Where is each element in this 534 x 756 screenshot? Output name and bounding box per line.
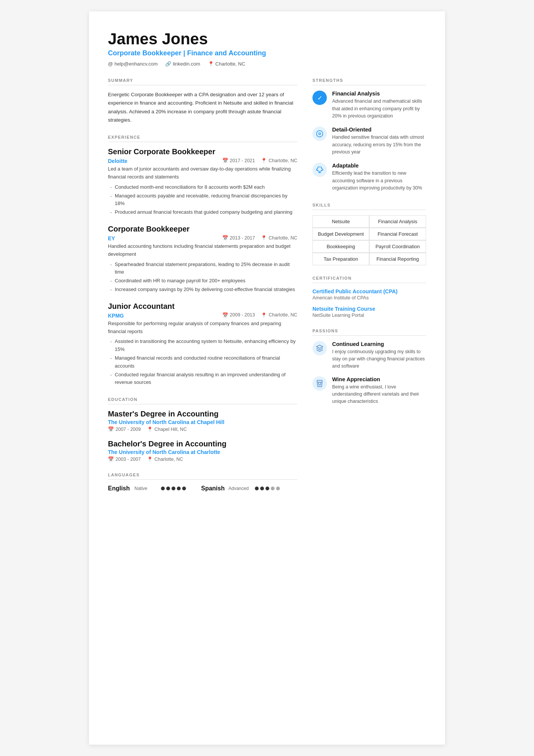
edu-location: 📍 Charlotte, NC [147,456,183,462]
languages-section: LANGUAGES English Native [108,473,297,492]
job-description: Handled accounting functions including f… [108,243,297,258]
job-company: KPMG [108,313,124,319]
pin-icon: 📍 [261,312,267,318]
lang-dot [276,487,280,490]
svg-point-0 [317,131,323,137]
email-contact: @ help@enhancv.com [108,61,158,67]
edu-school: The University of North Carolina at Chap… [108,419,297,425]
strengths-section: STRENGTHS ✓ Financial Analysis Advanced … [312,78,426,192]
right-column: STRENGTHS ✓ Financial Analysis Advanced … [312,78,426,722]
candidate-name: James Jones [108,30,426,48]
lang-dot [182,487,186,490]
resume: James Jones Corporate Bookkeeper | Finan… [89,11,445,745]
education-item: Bachelor's Degree in Accounting The Univ… [108,440,297,462]
job-item: Junior Accountant KPMG 📅 2009 - 2013 📍 C… [108,302,297,387]
edu-meta: 📅 2007 - 2009 📍 Chapel Hill, NC [108,426,297,432]
strength-item: ✓ Financial Analysis Advanced financial … [312,91,426,120]
calendar-icon: 📅 [108,456,114,462]
skill-tag: Tax Preparation [312,253,369,265]
passion-text: Continued Learning I enjoy continuously … [332,341,426,370]
job-item: Senior Corporate Bookkeeper Deloitte 📅 2… [108,147,297,216]
lang-dot [166,487,170,490]
job-dates: 📅 2013 - 2017 [222,235,255,241]
languages-row: English Native Spanish Advanced [108,485,297,492]
skills-title: SKILLS [312,203,426,210]
edu-degree: Master's Degree in Accounting [108,410,297,418]
pin-icon: 📍 [147,426,153,432]
skills-section: SKILLS Netsuite Financial Analysis Budge… [312,203,426,265]
strength-name: Detail-Oriented [332,127,426,133]
bullet-item: Coordinated with HR to manage payroll fo… [109,277,297,285]
certification-title: CERTIFICATION [312,276,426,283]
job-description: Led a team of junior accountants and ove… [108,165,297,181]
experience-section: EXPERIENCE Senior Corporate Bookkeeper D… [108,135,297,387]
bullet-item: Managed accounts payable and receivable,… [109,192,297,208]
strength-icon [312,127,327,141]
lang-dot [161,487,165,490]
passion-desc: Being a wine enthusiast, I love understa… [332,383,426,405]
strength-desc: Handled sensitive financial data with ut… [332,134,426,156]
pin-icon: 📍 [261,235,267,241]
job-meta: 📅 2009 - 2013 📍 Charlotte, NC [222,312,297,318]
job-meta: 📅 2017 - 2021 📍 Charlotte, NC [222,158,297,163]
skill-tag: Bookkeeping [312,240,369,253]
job-item: Corporate Bookkeeper EY 📅 2013 - 2017 📍 … [108,225,297,294]
skill-tag: Financial Forecast [369,228,426,240]
edu-dates: 📅 2003 - 2007 [108,456,141,462]
strength-icon [312,163,327,177]
passions-section: PASSIONS Continued Learning I enjoy cont… [312,329,426,405]
language-name: English [108,485,131,492]
calendar-icon: 📅 [222,158,228,163]
link-icon: 🔗 [165,61,171,67]
email-icon: @ [108,61,113,67]
lang-dot [255,487,259,490]
language-level: Advanced [228,486,251,491]
location-contact: 📍 Charlotte, NC [208,61,245,67]
bullet-item: Managed financial records and conducted … [109,354,297,370]
strength-text: Adaptable Efficiently lead the transitio… [332,163,426,192]
job-bullets: Spearheaded financial statement preparat… [108,261,297,294]
linkedin-contact: 🔗 linkedin.com [165,61,200,67]
company-line: EY 📅 2013 - 2017 📍 Charlotte, NC [108,234,297,243]
language-level: Native [134,486,157,491]
svg-rect-2 [317,380,322,382]
education-item: Master's Degree in Accounting The Univer… [108,410,297,432]
job-meta: 📅 2013 - 2017 📍 Charlotte, NC [222,235,297,241]
job-dates: 📅 2009 - 2013 [222,312,255,318]
lang-dot [260,487,264,490]
bullet-item: Assisted in transitioning the accounting… [109,338,297,354]
job-dates: 📅 2017 - 2021 [222,158,255,163]
cert-item: Netsuite Training Course NetSuite Learni… [312,306,426,318]
passion-text: Wine Appreciation Being a wine enthusias… [332,376,426,405]
passion-name: Continued Learning [332,341,426,347]
lang-dot [172,487,175,490]
education-section: EDUCATION Master's Degree in Accounting … [108,397,297,462]
left-column: SUMMARY Energetic Corporate Bookkeeper w… [108,78,297,722]
header-section: James Jones Corporate Bookkeeper | Finan… [108,30,426,67]
bullet-item: Spearheaded financial statement preparat… [109,261,297,277]
languages-title: LANGUAGES [108,473,297,480]
main-layout: SUMMARY Energetic Corporate Bookkeeper w… [108,78,426,722]
job-description: Responsible for performing regular analy… [108,320,297,336]
strengths-title: STRENGTHS [312,78,426,85]
contact-info: @ help@enhancv.com 🔗 linkedin.com 📍 Char… [108,61,426,67]
job-location: 📍 Charlotte, NC [261,312,297,318]
strength-text: Detail-Oriented Handled sensitive financ… [332,127,426,156]
calendar-icon: 📅 [222,235,228,241]
language-dots [255,487,280,490]
job-company: EY [108,235,115,241]
calendar-icon: 📅 [108,426,114,432]
summary-text: Energetic Corporate Bookkeeper with a CP… [108,91,297,124]
language-item: English Native [108,485,186,492]
passion-item: Wine Appreciation Being a wine enthusias… [312,376,426,405]
skill-tag: Budget Development [312,228,369,240]
job-title: Junior Accountant [108,302,297,311]
passions-title: PASSIONS [312,329,426,336]
job-company: Deloitte [108,158,127,164]
svg-point-1 [319,133,321,135]
edu-school: The University of North Carolina at Char… [108,449,297,455]
strength-text: Financial Analysis Advanced financial an… [332,91,426,120]
job-bullets: Conducted month-end reconciliations for … [108,183,297,216]
language-item: Spanish Advanced [201,485,280,492]
skills-grid: Netsuite Financial Analysis Budget Devel… [312,215,426,265]
